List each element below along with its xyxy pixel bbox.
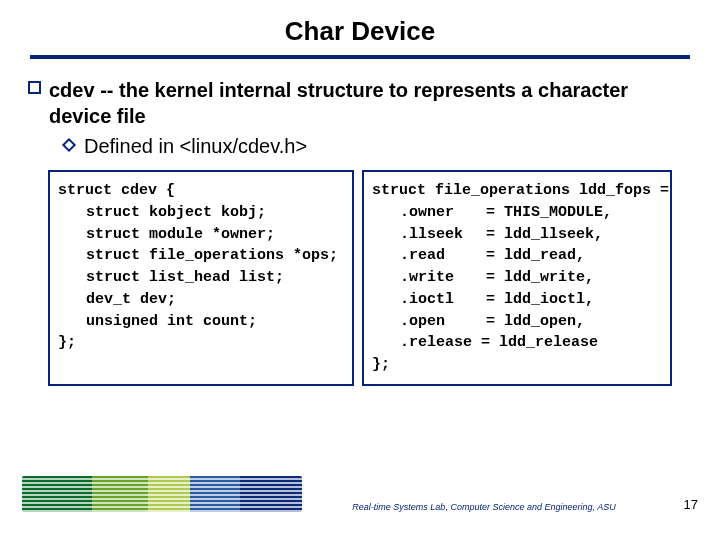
code-value: = ldd_ioctl, bbox=[486, 289, 594, 311]
code-field: .llseek bbox=[400, 224, 468, 246]
page-number: 17 bbox=[666, 497, 698, 512]
code-value: = ldd_release bbox=[481, 332, 598, 354]
code-value: = ldd_llseek, bbox=[486, 224, 603, 246]
code-value: = THIS_MODULE, bbox=[486, 202, 612, 224]
bullet-2-text: Defined in <linux/cdev.h> bbox=[84, 135, 307, 158]
code-line: .llseek = ldd_llseek, bbox=[372, 224, 662, 246]
code-line: struct kobject kobj; bbox=[58, 202, 344, 224]
code-columns: struct cdev {struct kobject kobj;struct … bbox=[48, 170, 672, 386]
slide-footer: Real-time Systems Lab, Computer Science … bbox=[0, 476, 720, 512]
code-value: = ldd_write, bbox=[486, 267, 594, 289]
code-field: .open bbox=[400, 311, 468, 333]
code-line: unsigned int count; bbox=[58, 311, 344, 333]
code-field: .write bbox=[400, 267, 468, 289]
code-line: .write = ldd_write, bbox=[372, 267, 662, 289]
bullet-level-1: cdev -- the kernel internal structure to… bbox=[28, 77, 692, 129]
code-line: }; bbox=[372, 354, 662, 376]
code-value: = ldd_read, bbox=[486, 245, 585, 267]
slide: Char Device cdev -- the kernel internal … bbox=[0, 0, 720, 540]
code-line: .ioctl = ldd_ioctl, bbox=[372, 289, 662, 311]
code-line: struct list_head list; bbox=[58, 267, 344, 289]
code-value: = ldd_open, bbox=[486, 311, 585, 333]
slide-content: cdev -- the kernel internal structure to… bbox=[0, 59, 720, 386]
code-line: .owner = THIS_MODULE, bbox=[372, 202, 662, 224]
code-box-file-operations: struct file_operations ldd_fops = {.owne… bbox=[362, 170, 672, 386]
bullet-1-text: cdev -- the kernel internal structure to… bbox=[49, 77, 692, 129]
code-line: .read = ldd_read, bbox=[372, 245, 662, 267]
square-bullet-icon bbox=[28, 81, 41, 94]
code-line: struct cdev { bbox=[58, 180, 344, 202]
code-field: .ioctl bbox=[400, 289, 468, 311]
code-line: struct file_operations ldd_fops = { bbox=[372, 180, 662, 202]
code-field: .read bbox=[400, 245, 468, 267]
code-line: .release = ldd_release bbox=[372, 332, 662, 354]
code-line: dev_t dev; bbox=[58, 289, 344, 311]
code-line: struct module *owner; bbox=[58, 224, 344, 246]
footer-graphic bbox=[22, 476, 302, 512]
footer-text: Real-time Systems Lab, Computer Science … bbox=[302, 502, 666, 512]
code-line: struct file_operations *ops; bbox=[58, 245, 344, 267]
code-box-cdev-struct: struct cdev {struct kobject kobj;struct … bbox=[48, 170, 354, 386]
code-field: .owner bbox=[400, 202, 468, 224]
code-line: }; bbox=[58, 332, 344, 354]
bullet-level-2: Defined in <linux/cdev.h> bbox=[64, 135, 692, 158]
page-title: Char Device bbox=[0, 0, 720, 53]
code-line: .open = ldd_open, bbox=[372, 311, 662, 333]
diamond-bullet-icon bbox=[62, 138, 76, 152]
code-field: .release bbox=[400, 332, 472, 354]
